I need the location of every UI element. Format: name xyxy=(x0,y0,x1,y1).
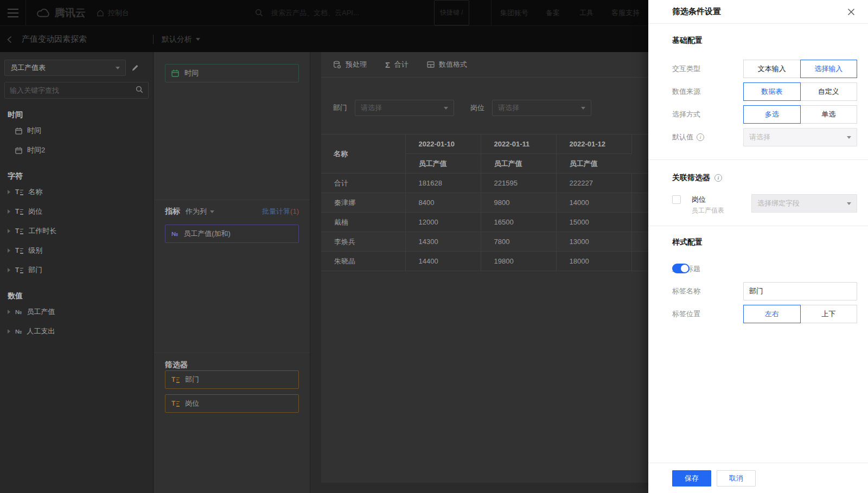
field-item-position[interactable]: T 岗位 xyxy=(4,202,149,221)
default-value-select[interactable]: 请选择 xyxy=(743,128,857,146)
info-icon[interactable]: i xyxy=(697,133,704,141)
analysis-dropdown[interactable]: 默认分析 xyxy=(162,26,200,53)
filters-heading: 筛选器 xyxy=(165,360,299,370)
hamburger-menu-icon[interactable] xyxy=(7,0,20,25)
batch-calc-link[interactable]: 批量计算(1) xyxy=(262,207,299,216)
option-top-bottom[interactable]: 上下 xyxy=(800,305,858,323)
option-left-right[interactable]: 左右 xyxy=(743,305,801,323)
col-header-date: 2022-01-10 xyxy=(405,135,481,154)
section-divider xyxy=(648,226,868,226)
linked-filter-checkbox[interactable] xyxy=(672,195,681,204)
cell-value: 221595 xyxy=(481,174,556,193)
preprocess-button[interactable]: 预处理 xyxy=(333,60,367,69)
expand-caret-icon[interactable] xyxy=(8,229,10,233)
field-item-department[interactable]: T 部门 xyxy=(4,260,149,280)
field-item-time[interactable]: 时间 xyxy=(4,121,149,140)
chevron-down-icon xyxy=(847,136,851,139)
dataset-select[interactable]: 员工产值表 xyxy=(4,60,126,76)
show-title-toggle[interactable] xyxy=(672,264,690,273)
nav-link-icp[interactable]: 备案 xyxy=(546,0,560,25)
header-divider xyxy=(153,35,154,44)
nav-divider xyxy=(491,0,492,25)
text-field-icon: T xyxy=(15,228,23,234)
option-custom[interactable]: 自定义 xyxy=(800,82,858,101)
metric-chip-output-value[interactable]: № 员工产值(加和) xyxy=(165,225,299,243)
drawer-footer: 保存 取消 xyxy=(648,463,868,493)
save-button[interactable]: 保存 xyxy=(672,470,711,486)
back-button[interactable] xyxy=(7,26,13,53)
metric-mode-dropdown[interactable]: 作为列 xyxy=(186,207,214,216)
option-select-input[interactable]: 选择输入 xyxy=(800,60,858,78)
nav-link-support[interactable]: 客服支持 xyxy=(611,0,640,25)
option-data-table[interactable]: 数据表 xyxy=(743,82,801,101)
expand-caret-icon[interactable] xyxy=(8,310,10,314)
select-placeholder: 请选择 xyxy=(498,103,519,113)
field-item-time2[interactable]: 时间2 xyxy=(4,140,149,160)
cell-value: 19800 xyxy=(481,252,556,271)
nav-link-group-account[interactable]: 集团账号 xyxy=(500,0,528,25)
cell-value: 14000 xyxy=(556,193,631,213)
field-item-workhours[interactable]: T 工作时长 xyxy=(4,221,149,241)
number-field-icon: № xyxy=(171,231,178,237)
option-single-select[interactable]: 单选 xyxy=(800,105,858,124)
interaction-type-row: 交互类型 文本输入 选择输入 xyxy=(672,60,857,78)
tag-name-input[interactable] xyxy=(743,282,857,300)
select-mode-label: 选择方式 xyxy=(672,105,700,124)
text-field-icon: T xyxy=(15,248,23,254)
option-multi-select[interactable]: 多选 xyxy=(743,105,801,124)
field-item-labor-cost[interactable]: № 人工支出 xyxy=(4,322,149,341)
filter-chip-department[interactable]: T 部门 xyxy=(165,370,299,389)
field-item-output-value[interactable]: № 员工产值 xyxy=(4,302,149,322)
position-select[interactable]: 请选择 xyxy=(492,100,591,116)
chip-label: 岗位 xyxy=(185,399,199,408)
select-placeholder: 请选择 xyxy=(361,103,382,113)
expand-caret-icon[interactable] xyxy=(8,329,10,334)
field-item-level[interactable]: T 级别 xyxy=(4,241,149,260)
linked-filters-label: 关联筛选器 xyxy=(672,173,710,183)
tag-name-label: 标签名称 xyxy=(672,282,700,300)
expand-caret-icon[interactable] xyxy=(8,268,10,272)
sum-button[interactable]: Σ 合计 xyxy=(385,60,409,69)
info-icon[interactable]: i xyxy=(714,174,722,182)
field-search-input[interactable] xyxy=(10,86,136,94)
close-icon[interactable] xyxy=(845,6,857,18)
field-label: 名称 xyxy=(28,187,42,197)
field-item-name[interactable]: T 名称 xyxy=(4,182,149,202)
bind-field-select[interactable]: 选择绑定字段 xyxy=(751,194,857,213)
select-placeholder: 选择绑定字段 xyxy=(757,199,800,208)
drawer-title: 筛选条件设置 xyxy=(672,7,721,17)
nav-link-tools[interactable]: 工具 xyxy=(579,0,593,25)
expand-caret-icon[interactable] xyxy=(8,190,10,194)
number-field-icon: № xyxy=(15,309,22,315)
number-format-button[interactable]: 数值格式 xyxy=(427,60,467,69)
group-label-text: 字符 xyxy=(8,171,145,181)
field-label: 工作时长 xyxy=(28,226,56,236)
value-source-label: 数值来源 xyxy=(672,82,700,101)
tencent-cloud-logo[interactable]: 腾讯云 xyxy=(36,0,86,25)
cell-value: 15000 xyxy=(556,213,631,232)
chevron-left-icon xyxy=(7,36,13,43)
filter-label-department: 部门 xyxy=(333,103,347,113)
nav-search-icon[interactable] xyxy=(255,0,263,25)
dimension-chip-time[interactable]: 时间 xyxy=(165,64,299,82)
cell-value: 7800 xyxy=(481,232,556,252)
chip-label: 部门 xyxy=(185,375,199,385)
cell-value: 9800 xyxy=(481,193,556,213)
option-text-input[interactable]: 文本输入 xyxy=(743,60,801,78)
calendar-icon xyxy=(15,127,22,135)
edit-dataset-icon[interactable] xyxy=(131,64,139,72)
chevron-down-icon xyxy=(210,210,214,213)
sub-header-metric: 员工产值 xyxy=(405,154,481,174)
text-field-icon: T xyxy=(15,267,23,273)
select-mode-row: 选择方式 多选 单选 xyxy=(672,105,857,124)
expand-caret-icon[interactable] xyxy=(8,209,10,214)
department-select[interactable]: 请选择 xyxy=(355,100,454,116)
metric-mode-label: 作为列 xyxy=(186,207,207,216)
cancel-button[interactable]: 取消 xyxy=(717,470,756,486)
select-placeholder: 请选择 xyxy=(749,132,770,142)
nav-search-input[interactable]: 搜索云产品、文档、云API... xyxy=(271,0,359,25)
expand-caret-icon[interactable] xyxy=(8,248,10,253)
chevron-down-icon xyxy=(116,67,120,69)
console-link[interactable]: 控制台 xyxy=(97,0,129,25)
filter-chip-position[interactable]: T 岗位 xyxy=(165,394,299,413)
